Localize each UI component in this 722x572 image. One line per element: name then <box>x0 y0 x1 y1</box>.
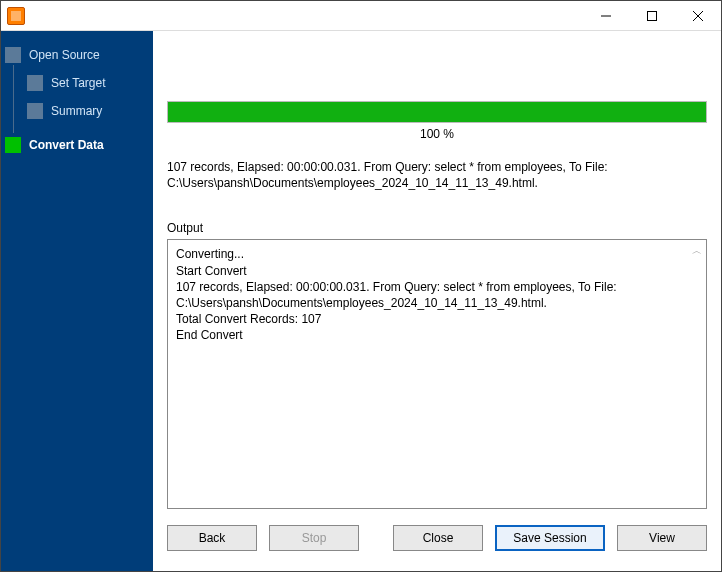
output-label: Output <box>167 221 707 235</box>
minimize-button[interactable] <box>583 1 629 30</box>
progress-section: 100 % <box>167 101 707 141</box>
app-window: Open Source Set Target Summary Convert D… <box>0 0 722 572</box>
step-summary[interactable]: Summary <box>1 97 153 125</box>
button-row: Back Stop Close Save Session View <box>167 519 707 561</box>
step-label: Open Source <box>29 48 100 62</box>
view-button[interactable]: View <box>617 525 707 551</box>
output-line: End Convert <box>176 327 698 343</box>
output-line: Converting... <box>176 246 698 262</box>
step-bullet-icon <box>27 75 43 91</box>
step-label: Set Target <box>51 76 105 90</box>
output-line: Start Convert <box>176 263 698 279</box>
svg-rect-1 <box>648 11 657 20</box>
progress-fill <box>168 102 706 122</box>
app-icon <box>7 7 25 25</box>
step-bullet-icon <box>5 137 21 153</box>
progress-bar <box>167 101 707 123</box>
step-bullet-icon <box>27 103 43 119</box>
output-line: Total Convert Records: 107 <box>176 311 698 327</box>
step-set-target[interactable]: Set Target <box>1 69 153 97</box>
step-bullet-icon <box>5 47 21 63</box>
save-session-button[interactable]: Save Session <box>495 525 605 551</box>
gap <box>371 525 381 551</box>
maximize-button[interactable] <box>629 1 675 30</box>
close-button[interactable]: Close <box>393 525 483 551</box>
progress-percent: 100 % <box>167 127 707 141</box>
step-label: Convert Data <box>29 138 104 152</box>
status-line: 107 records, Elapsed: 00:00:00.031. From… <box>167 159 707 191</box>
step-convert-data[interactable]: Convert Data <box>1 131 153 159</box>
output-line: 107 records, Elapsed: 00:00:00.031. From… <box>176 279 698 311</box>
wizard-sidebar: Open Source Set Target Summary Convert D… <box>1 31 153 571</box>
window-controls <box>583 1 721 30</box>
scroll-up-icon[interactable]: ︿ <box>692 244 702 258</box>
titlebar <box>1 1 721 31</box>
output-textbox[interactable]: ︿ Converting... Start Convert 107 record… <box>167 239 707 509</box>
step-open-source[interactable]: Open Source <box>1 41 153 69</box>
stop-button: Stop <box>269 525 359 551</box>
body: Open Source Set Target Summary Convert D… <box>1 31 721 571</box>
close-window-button[interactable] <box>675 1 721 30</box>
back-button[interactable]: Back <box>167 525 257 551</box>
content-panel: 100 % 107 records, Elapsed: 00:00:00.031… <box>153 31 721 571</box>
step-label: Summary <box>51 104 102 118</box>
